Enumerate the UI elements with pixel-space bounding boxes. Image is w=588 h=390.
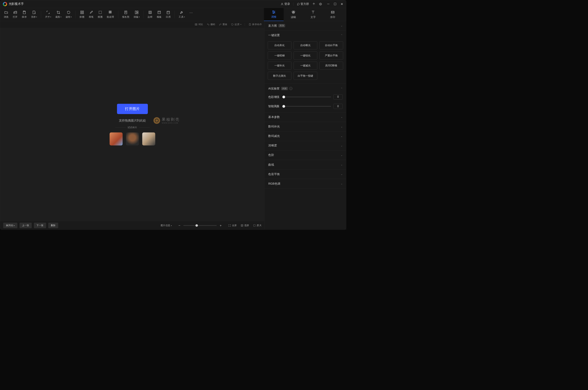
open-image-button[interactable]: 打开图片	[117, 104, 148, 114]
zoom-out-button[interactable]: −	[178, 223, 180, 227]
text-icon	[311, 10, 315, 14]
tool-border[interactable]: 边框	[148, 10, 152, 18]
oneclick-button-6[interactable]: 一键补光	[268, 62, 291, 69]
chevron-down-icon: ⌄	[341, 24, 343, 27]
tool-template[interactable]: 模板	[157, 10, 162, 18]
svg-rect-18	[149, 11, 151, 14]
slider-1[interactable]	[284, 105, 331, 108]
section-collapsed-6[interactable]: 色彩平衡⌄	[265, 169, 346, 179]
tool-browse[interactable]: 浏览	[4, 10, 9, 18]
oneclick-button-7[interactable]: 一键减光	[294, 62, 317, 69]
tool-save[interactable]: 保存	[22, 10, 27, 18]
tool-rotate[interactable]: 旋转▾	[66, 10, 72, 18]
titlebar: 光影魔术手 登录 官方群 ─ ☐ ✕	[0, 0, 346, 8]
section-collapsed-2[interactable]: 数码减光⌄	[265, 131, 346, 141]
slider-value[interactable]: 0	[333, 94, 342, 99]
section-oneclick[interactable]: 一键设置 ⌃	[265, 31, 346, 40]
tool-layout[interactable]: 排版▾	[134, 10, 140, 18]
tool-id-photo[interactable]: 报名照	[122, 10, 129, 18]
tool-crop[interactable]: 裁剪▾	[55, 10, 62, 18]
samples-label: 试试样片	[128, 126, 137, 129]
tool-save-as[interactable]: 另存▾	[31, 10, 37, 18]
rtab-watermark[interactable]: 水印	[323, 8, 343, 21]
slider-0[interactable]	[284, 96, 331, 98]
share-icon[interactable]	[312, 2, 315, 6]
slider-value[interactable]: 0	[333, 104, 342, 109]
fullscreen-button[interactable]: 全屏	[228, 224, 237, 227]
redo-button[interactable]: 重做	[219, 23, 227, 26]
sample-image-3[interactable]	[142, 132, 155, 145]
maximize-button[interactable]: ☐	[334, 2, 336, 6]
svg-rect-19	[149, 12, 151, 13]
section-collapsed-4[interactable]: 色阶⌄	[265, 151, 346, 160]
section-histogram[interactable]: 直方图 直顶 ⌄	[265, 21, 346, 31]
chevron-down-icon: ⌄	[341, 125, 343, 128]
compare-button[interactable]: 对比	[195, 23, 203, 26]
tool-open[interactable]: 打开	[13, 10, 18, 18]
save-action-button[interactable]: 保存动作	[248, 23, 262, 26]
oneclick-button-3[interactable]: 一键模糊	[268, 52, 291, 59]
compare-icon	[195, 23, 198, 26]
zoom-in-button[interactable]: +	[220, 223, 222, 227]
sample-image-1[interactable]	[110, 132, 123, 145]
section-collapsed-7[interactable]: RGB色调⌄	[265, 179, 346, 188]
settings-icon[interactable]	[319, 2, 322, 6]
section-collapsed-5[interactable]: 曲线⌄	[265, 160, 346, 169]
fit-button[interactable]: 适屏	[241, 224, 249, 227]
ailab-badge: 内测	[281, 87, 288, 90]
oneclick-button-1[interactable]: 自动曝光	[294, 41, 317, 49]
tool-calendar[interactable]: 日历	[166, 10, 171, 18]
chevron-down-icon: ⌄	[341, 183, 343, 185]
section-collapsed-1[interactable]: 数码补光⌄	[265, 122, 346, 131]
oneclick-button-0[interactable]: 自动美化	[268, 41, 291, 49]
tool-more[interactable]: ⋯	[189, 11, 193, 18]
open-icon	[13, 11, 17, 14]
canvas-area[interactable]: 打开图片 支持拖拽图片到此处 试试样片 果核剥壳WWW.GHXI.COM	[0, 28, 265, 221]
svg-rect-6	[81, 13, 82, 14]
zoom-slider[interactable]	[184, 225, 217, 226]
sample-image-2[interactable]	[126, 132, 139, 145]
oneclick-button-2[interactable]: 自动白平衡	[320, 41, 343, 49]
oneclick-button-8[interactable]: 高ISO降噪	[320, 62, 343, 69]
rtab-adjust[interactable]: 调整	[264, 8, 284, 21]
tool-cutout[interactable]: 抠图	[98, 10, 103, 18]
portrait-icon	[124, 11, 128, 14]
reset-button[interactable]: 还原▾	[231, 23, 241, 26]
oneclick-button-4[interactable]: 一键锐化	[294, 52, 317, 59]
tool-batch[interactable]: 批处理	[107, 10, 114, 18]
tool-collage[interactable]: 拼图	[80, 10, 84, 18]
section-collapsed-0[interactable]: 基本参数⌄	[265, 112, 346, 122]
minimize-button[interactable]: ─	[327, 2, 329, 6]
save-icon	[22, 11, 26, 14]
section-collapsed-3[interactable]: 清晰度⌄	[265, 141, 346, 151]
prev-button[interactable]: 上一张	[20, 223, 32, 228]
oneclick-button-10[interactable]: 白平衡一指键	[294, 72, 317, 80]
image-info-button[interactable]: 图片信息 ▾	[161, 224, 172, 227]
calendar-icon	[166, 11, 170, 14]
close-button[interactable]: ✕	[341, 2, 343, 6]
svg-rect-3	[24, 11, 25, 12]
undo-icon	[207, 23, 210, 26]
original-size-button[interactable]: 原大	[253, 224, 262, 227]
undo-button[interactable]: 撤销	[207, 23, 215, 26]
info-icon[interactable]: i	[289, 87, 292, 90]
tool-size[interactable]: 尺寸▾	[45, 10, 51, 18]
official-group-button[interactable]: 官方群	[297, 2, 309, 6]
layout-icon	[135, 11, 139, 14]
section-ailab[interactable]: AI实验室 内测 i ⌃	[265, 84, 346, 93]
expand-button[interactable]: 展开(0) ▾	[3, 223, 17, 228]
rtab-text[interactable]: 文字	[303, 8, 323, 21]
rtab-filter[interactable]: 滤镜	[284, 8, 303, 21]
tool-tools[interactable]: 工具▾	[179, 10, 185, 18]
next-button[interactable]: 下一张	[34, 223, 46, 228]
svg-point-31	[273, 13, 274, 14]
brush-icon	[89, 11, 93, 14]
login-button[interactable]: 登录	[281, 2, 290, 6]
svg-rect-10	[110, 11, 111, 12]
tool-brush[interactable]: 画笔	[89, 10, 94, 18]
oneclick-button-5[interactable]: 严重白平衡	[320, 52, 343, 59]
delete-button[interactable]: 删除	[48, 223, 58, 228]
original-icon	[253, 224, 256, 227]
canvas-subbar: 对比 撤销 重做 还原▾ 保存动作	[0, 21, 265, 28]
oneclick-button-9[interactable]: 数字点测光	[268, 72, 291, 80]
